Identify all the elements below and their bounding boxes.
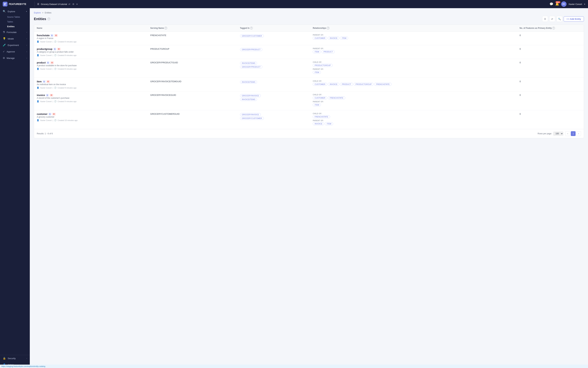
rel-badge[interactable]: PRODUCT [340,83,353,86]
share-icon[interactable]: ⇄ [68,3,70,5]
sidebar-item-formulate[interactable]: ⚗ Formulate › [0,29,30,35]
copy-code-icon[interactable]: ⎘ [46,94,49,97]
tag-badge[interactable]: GROCERYINVOICE [240,113,261,116]
tag-badge[interactable]: GROCERYPRODUCT [240,65,263,68]
entity-name: product ⎘ ID [37,61,145,64]
sidebar-item-entities[interactable]: Entities [7,24,30,29]
rel-badge[interactable]: FRENCHSTATE [313,115,330,118]
entity-name-cell: invoice ⎘ ID A record of the customer's … [34,92,147,110]
diagram-view-btn[interactable]: ⇄ [549,16,555,22]
tag-badge[interactable]: GROCERYPRODUCT [240,48,263,51]
rows-per-page-select[interactable]: 100 50 25 [553,132,563,136]
status-bar: https://staging.featurebyte.com/explore/… [0,365,588,368]
id-icon[interactable]: ID [54,34,58,37]
id-icon[interactable]: ID [50,94,53,97]
tagged-in-cell: GROCERYINVOICE INVOICEITEMS [237,92,310,110]
rel-badge[interactable]: ITEM [313,50,321,53]
entity-meta: 👤 Xavier Conort | 🕐 Created 8 minutes ag… [37,54,145,56]
breadcrumb: Explore > Entities [34,12,584,14]
next-page-btn[interactable]: › [576,131,581,136]
created-time: Created 9 minutes ago [57,101,76,102]
sidebar-item-approve[interactable]: ✓ Approve › [0,48,30,55]
list-view-btn[interactable]: ☰ [542,16,548,22]
id-icon[interactable]: ID [50,61,54,64]
feature-count: 0 [520,94,521,96]
id-icon[interactable]: ID [57,48,61,50]
monitor-icon: 🖥 [37,2,39,6]
top-navigation: FEATUREBYTE 🖥 Grocery Dataset UI tutoria… [0,0,588,8]
tagged-in-help-icon[interactable]: ? [250,27,253,29]
copy-code-icon[interactable]: ⎘ [51,34,53,37]
rel-badge[interactable]: CUSTOMER [313,37,327,40]
search-btn[interactable]: 🔍 [557,16,562,22]
page-1-btn[interactable]: 1 [571,131,576,136]
rows-per-page-label: Rows per page: [538,132,552,135]
entities-table-container: Name Serving Name ? Tagged In ? Relation… [34,25,584,138]
rel-badge[interactable]: ITEM [340,37,348,40]
logo-text: FEATUREBYTE [9,3,26,5]
prev-page-btn[interactable]: ‹ [565,131,570,136]
entity-name-cell: item ⎘ ID An individual item on the invo… [34,78,147,92]
rel-badge[interactable]: ITEM [313,103,321,106]
title-help-icon[interactable]: ? [47,18,50,20]
user-dropdown-icon[interactable]: ▾ [584,3,585,5]
creator-name: Xavier Conort [40,54,52,56]
rel-badge[interactable]: INVOICE [328,37,339,40]
relationships-cell: CHILD OF: FRENCHSTATE PARENT OF: INVOICE… [310,110,517,129]
user-meta-icon: 👤 [37,68,39,70]
sidebar-label-experiment: Experiment [8,44,25,46]
serving-name-value: GROCERYPRODUCTGUID [150,61,178,64]
notification-btn[interactable]: 🔔 999+ [555,2,559,6]
add-entity-button[interactable]: + + Add Entity [564,16,584,22]
chat-icon-btn[interactable]: 💬 [550,2,553,6]
rel-badge[interactable]: FRENCHSTATE [328,96,345,99]
tag-badge[interactable]: GROCERYCUSTOMER [240,34,264,37]
id-icon[interactable]: ID [52,113,56,115]
rel-badge[interactable]: INVOICE [313,122,324,125]
features-cell: 0 [517,110,584,129]
rel-badge[interactable]: ITEM [325,122,333,125]
copy-code-icon[interactable]: ⎘ [43,80,46,83]
id-icon[interactable]: ID [46,80,50,83]
sidebar-item-experiment[interactable]: 🧪 Experiment › [0,42,30,48]
tag-badge[interactable]: INVOICEITEMS [240,98,257,101]
features-cell: 0 [517,78,584,92]
entity-name: item ⎘ ID [37,80,145,83]
settings-icon[interactable]: ⚙ [72,3,74,5]
serving-name-help-icon[interactable]: ? [165,27,167,29]
page-navigation: ‹ 1 › [565,131,581,136]
sidebar-item-security[interactable]: 🔒 Security › [0,355,30,361]
entity-desc: A region in France [37,37,145,39]
relationships-help-icon[interactable]: ? [327,27,329,29]
rel-badge[interactable]: PRODUCTGROUP [313,64,333,67]
entity-desc: A product available in the store for pur… [37,64,145,67]
rel-badge[interactable]: PRODUCT [322,50,334,53]
dropdown-icon[interactable]: ▾ [76,3,78,5]
results-text: Results: 1 - 6 of 6 [37,132,53,135]
features-help-icon[interactable]: ? [552,27,555,29]
created-time: Created 8 minutes ago [57,41,76,43]
rel-badge[interactable]: FRENCHSTATE [374,83,392,86]
copy-code-icon[interactable]: ⎘ [47,61,49,64]
sidebar-item-source-tables[interactable]: Source Tables [7,15,30,19]
rel-badge[interactable]: CUSTOMER [313,96,327,99]
sidebar-item-manage[interactable]: ⚙ Manage › [0,55,30,61]
sidebar-item-explore[interactable]: 🔍 Explore ▾ [0,8,30,15]
tag-badge[interactable]: INVOICEITEMS [240,81,257,83]
explore-chevron: ▾ [26,10,27,13]
rel-badge[interactable]: ITEM [313,71,321,74]
sidebar-item-ideate[interactable]: 💡 Ideate › [0,35,30,42]
tag-badge[interactable]: GROCERYINVOICE [240,94,261,97]
sidebar: 🔍 Explore ▾ Source Tables Tables Entitie… [0,8,30,368]
breadcrumb-explore[interactable]: Explore [34,12,41,14]
tag-badge[interactable]: GROCERYCUSTOMER [240,117,264,120]
rel-badge[interactable]: CUSTOMER [313,83,327,86]
copy-code-icon[interactable]: ⎘ [48,113,51,115]
tag-badge[interactable]: INVOICEITEMS [240,62,257,65]
sidebar-item-tables[interactable]: Tables [7,19,30,24]
copy-code-icon[interactable]: ⎘ [54,48,56,50]
manage-chevron: › [26,57,27,59]
add-icon: + [567,18,568,20]
rel-badge[interactable]: PRODUCTGROUP [354,83,374,86]
rel-badge[interactable]: INVOICE [328,83,339,86]
